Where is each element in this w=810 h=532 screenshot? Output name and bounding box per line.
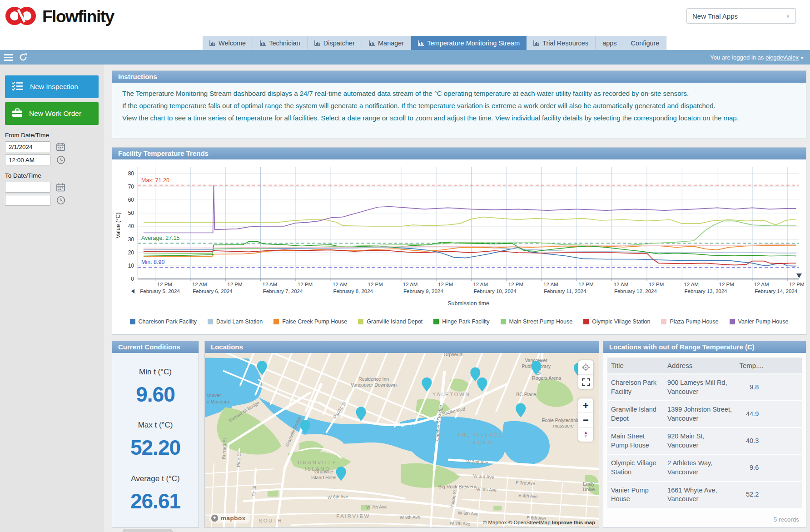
zoom-in-button[interactable]: + — [578, 398, 593, 413]
legend-item[interactable]: Plaza Pump House — [661, 318, 718, 325]
table-row[interactable]: Olympic Village Station2 Athletes Way, V… — [607, 455, 802, 481]
map-label: E 3rd Ave — [516, 480, 536, 486]
legend-item[interactable]: Main Street Pump House — [501, 318, 573, 325]
x-tick-label: 12 AM — [333, 282, 348, 287]
map-svg-holder: Burrard St BridgeGranville BridgePacific… — [205, 353, 599, 527]
fullscreen-button[interactable] — [578, 375, 593, 389]
clock-icon[interactable] — [56, 155, 65, 164]
tab-welcome[interactable]: Welcome — [203, 36, 253, 50]
table-row[interactable]: Granville Island Depot1399 Johnston Stre… — [607, 401, 802, 427]
new-work-order-label: New Work Order — [29, 109, 81, 118]
legend-item[interactable]: Vanier Pump House — [730, 318, 789, 325]
new-inspection-label: New Inspection — [30, 83, 78, 91]
map-label: Residence Inn — [358, 376, 389, 382]
map-label: W 6th Ave — [328, 494, 348, 500]
compass-button[interactable] — [578, 428, 593, 442]
map-label: W 8th Ave — [400, 514, 421, 520]
annotation-label: Average: 27.15 — [141, 235, 180, 241]
app-selector-dropdown[interactable]: New Trial Apps ∨ — [686, 8, 796, 24]
y-tick-label: 50 — [128, 210, 134, 216]
table-column-header[interactable]: Address — [664, 358, 735, 373]
geolocate-button[interactable] — [578, 360, 593, 375]
chart-icon — [369, 40, 375, 46]
tab-trial-resources[interactable]: Trial Resources — [527, 36, 596, 50]
tab-dispatcher[interactable]: Dispatcher — [308, 36, 362, 50]
app-selector-value: New Trial Apps — [692, 12, 738, 20]
table-row[interactable]: Main Street Pump House920 Main St, Vanco… — [607, 428, 802, 454]
table-column-header[interactable] — [769, 358, 802, 373]
x-tick-label: 12 AM — [403, 282, 418, 287]
page: Flowfinity New Trial Apps ∨ WelcomeTechn… — [0, 0, 810, 532]
current-condition-item: Min t (°C)9.60 — [136, 368, 175, 407]
record-count: 5 records — [774, 516, 799, 523]
map-label: couver — [207, 393, 221, 398]
map-label: Emily — [583, 481, 595, 487]
tab-manager[interactable]: Manager — [362, 36, 411, 50]
x-date-label: February 14, 2024 — [755, 288, 798, 294]
chart-body: Max: 71.20Average: 27.15Min: 8.900102030… — [112, 159, 806, 325]
x-tick-label: 12 PM — [789, 282, 804, 287]
table-row[interactable]: Vanier Pump House1661 Whyte Ave, Vancouv… — [607, 482, 802, 508]
mapbox-logo[interactable]: mapbox — [209, 513, 250, 523]
y-axis-title: Value (°C) — [115, 213, 121, 239]
map-label: Island Hotel — [311, 475, 336, 480]
calendar-icon[interactable] — [56, 183, 65, 192]
current-conditions-panel: Current Conditions Min t (°C)9.60Max t (… — [112, 341, 199, 528]
map-label: SHOPS — [468, 440, 492, 445]
improve-map-link[interactable]: Improve this map — [552, 520, 595, 525]
legend-item[interactable]: Charelson Park Facility — [130, 318, 197, 325]
tab-apps[interactable]: apps — [596, 36, 624, 50]
tab-temperature-monitoring-stream[interactable]: Temperature Monitoring Stream — [411, 36, 527, 50]
osm-attribution-link[interactable]: © OpenStreetMap — [508, 520, 551, 525]
legend-item[interactable]: David Lam Station — [208, 318, 263, 325]
refresh-icon[interactable] — [19, 53, 28, 62]
map-label: Fir St — [251, 485, 257, 497]
x-tick-label: 12 PM — [438, 282, 453, 287]
x-tick-label: 12 PM — [508, 282, 523, 287]
legend-item[interactable]: Granville Island Depot — [358, 318, 422, 325]
user-menu-caret-icon[interactable]: ▾ — [801, 55, 803, 60]
out-of-range-table-body: TitleAddressTemp.... Charelson Park Faci… — [603, 353, 806, 527]
table-column-header[interactable]: Title — [607, 358, 664, 373]
chart-plot[interactable]: Max: 71.20Average: 27.15Min: 8.900102030… — [112, 162, 806, 318]
chart-panel: Facility Temperature Trends Max: 71.20Av… — [112, 147, 806, 335]
clock-icon[interactable] — [56, 196, 65, 205]
horizontal-scrollbar-thumb[interactable] — [123, 529, 173, 532]
x-tick-label: 12 PM — [298, 282, 313, 287]
username-link[interactable]: olegdev\alex — [765, 54, 799, 61]
map-label: massacre — [553, 423, 574, 428]
to-time-input[interactable] — [5, 195, 50, 206]
x-date-label: February 13, 2024 — [685, 288, 728, 294]
tab-configure[interactable]: Configure — [624, 36, 667, 50]
new-inspection-button[interactable]: New Inspection — [5, 75, 99, 98]
current-condition-item: Max t (°C)52.20 — [130, 421, 180, 460]
x-tick-label: 12 PM — [578, 282, 593, 287]
calendar-icon[interactable] — [56, 143, 65, 151]
legend-item[interactable]: Hinge Park Facility — [433, 318, 489, 325]
flowfinity-logo: Flowfinity — [5, 5, 114, 29]
x-tick-label: 12 PM — [719, 282, 734, 287]
mapbox-logo-icon — [211, 514, 219, 522]
x-tick-label: 12 AM — [684, 282, 699, 287]
x-tick-label: 12 AM — [754, 282, 769, 287]
y-tick-label: 60 — [128, 197, 134, 203]
table-column-header[interactable]: Temp.... — [735, 358, 769, 373]
from-date-input[interactable] — [5, 141, 50, 152]
table-row[interactable]: Charelson Park Facility900 Lameys Mill R… — [607, 374, 802, 400]
mapbox-attribution-link[interactable]: © Mapbox — [483, 520, 507, 525]
legend-item[interactable]: False Creek Pump House — [273, 318, 347, 325]
map-label: E 4th Ave — [518, 493, 538, 499]
map-label: Granville — [314, 469, 333, 474]
toolbar: You are logged in as olegdev\alex▾ — [0, 50, 810, 65]
from-time-input[interactable] — [5, 154, 50, 165]
zoom-out-button[interactable]: − — [578, 413, 593, 428]
new-work-order-button[interactable]: New Work Order — [5, 102, 99, 125]
map-canvas[interactable]: Burrard St BridgeGranville BridgePacific… — [205, 353, 599, 527]
to-date-input[interactable] — [5, 182, 50, 193]
y-tick-label: 10 — [128, 263, 134, 269]
hamburger-menu-icon[interactable] — [4, 54, 13, 61]
series-line — [144, 217, 796, 226]
legend-item[interactable]: Olympic Village Station — [583, 318, 650, 325]
tab-technician[interactable]: Technician — [253, 36, 308, 50]
map-label: GRANVILLE — [298, 460, 337, 465]
